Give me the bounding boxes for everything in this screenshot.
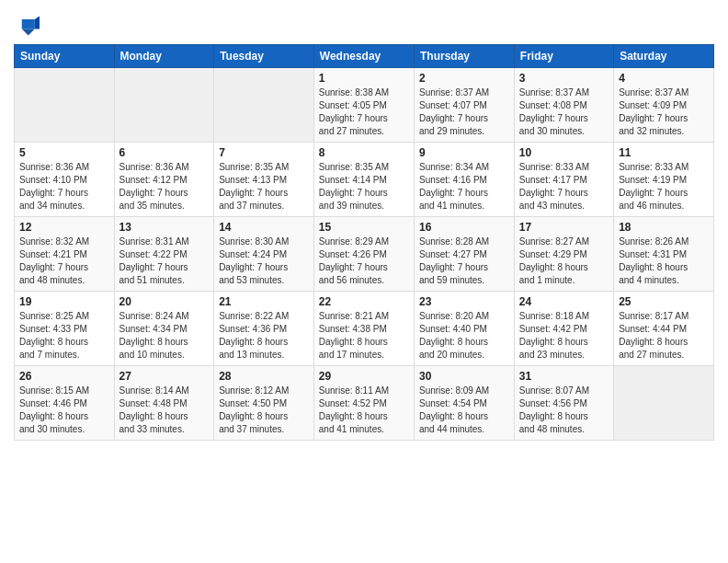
day-info: Sunrise: 8:38 AM Sunset: 4:05 PM Dayligh… [319, 86, 409, 138]
calendar-cell: 2Sunrise: 8:37 AM Sunset: 4:07 PM Daylig… [414, 68, 514, 143]
day-info: Sunrise: 8:37 AM Sunset: 4:09 PM Dayligh… [619, 86, 709, 138]
day-info: Sunrise: 8:25 AM Sunset: 4:33 PM Dayligh… [19, 310, 109, 362]
day-number: 6 [119, 146, 210, 159]
calendar-cell: 30Sunrise: 8:09 AM Sunset: 4:54 PM Dayli… [414, 366, 514, 441]
calendar-cell: 17Sunrise: 8:27 AM Sunset: 4:29 PM Dayli… [514, 217, 613, 292]
day-number: 26 [19, 370, 109, 383]
calendar-cell: 10Sunrise: 8:33 AM Sunset: 4:17 PM Dayli… [514, 143, 613, 217]
day-info: Sunrise: 8:17 AM Sunset: 4:44 PM Dayligh… [619, 310, 709, 362]
day-number: 30 [419, 370, 509, 383]
day-number: 21 [219, 295, 309, 308]
day-number: 5 [19, 146, 109, 159]
day-number: 24 [519, 295, 609, 308]
logo [14, 13, 43, 39]
calendar-cell: 23Sunrise: 8:20 AM Sunset: 4:40 PM Dayli… [414, 292, 514, 366]
calendar: SundayMondayTuesdayWednesdayThursdayFrid… [14, 44, 714, 441]
day-number: 13 [119, 221, 210, 234]
day-info: Sunrise: 8:21 AM Sunset: 4:38 PM Dayligh… [319, 310, 409, 362]
day-info: Sunrise: 8:18 AM Sunset: 4:42 PM Dayligh… [519, 310, 609, 362]
day-info: Sunrise: 8:33 AM Sunset: 4:19 PM Dayligh… [619, 161, 709, 213]
day-number: 29 [319, 370, 409, 383]
calendar-cell: 24Sunrise: 8:18 AM Sunset: 4:42 PM Dayli… [514, 292, 613, 366]
day-number: 9 [419, 146, 509, 159]
day-info: Sunrise: 8:22 AM Sunset: 4:36 PM Dayligh… [219, 310, 309, 362]
week-row-0: 1Sunrise: 8:38 AM Sunset: 4:05 PM Daylig… [15, 68, 714, 143]
calendar-cell: 16Sunrise: 8:28 AM Sunset: 4:27 PM Dayli… [414, 217, 514, 292]
header [14, 9, 714, 39]
week-row-3: 19Sunrise: 8:25 AM Sunset: 4:33 PM Dayli… [15, 292, 714, 366]
day-info: Sunrise: 8:20 AM Sunset: 4:40 PM Dayligh… [419, 310, 509, 362]
day-info: Sunrise: 8:35 AM Sunset: 4:14 PM Dayligh… [319, 161, 409, 213]
calendar-cell: 25Sunrise: 8:17 AM Sunset: 4:44 PM Dayli… [614, 292, 714, 366]
calendar-cell: 9Sunrise: 8:34 AM Sunset: 4:16 PM Daylig… [414, 143, 514, 217]
day-number: 16 [419, 221, 509, 234]
weekday-header-saturday: Saturday [614, 45, 714, 68]
day-info: Sunrise: 8:29 AM Sunset: 4:26 PM Dayligh… [319, 236, 409, 287]
day-info: Sunrise: 8:11 AM Sunset: 4:52 PM Dayligh… [319, 385, 409, 436]
weekday-header-friday: Friday [514, 45, 613, 68]
calendar-cell: 29Sunrise: 8:11 AM Sunset: 4:52 PM Dayli… [313, 366, 414, 441]
calendar-cell: 1Sunrise: 8:38 AM Sunset: 4:05 PM Daylig… [313, 68, 414, 143]
calendar-cell: 11Sunrise: 8:33 AM Sunset: 4:19 PM Dayli… [614, 143, 714, 217]
weekday-header-wednesday: Wednesday [313, 45, 414, 68]
day-number: 27 [119, 370, 210, 383]
day-number: 17 [519, 221, 609, 234]
day-number: 20 [119, 295, 210, 308]
day-number: 31 [519, 370, 609, 383]
day-number: 11 [619, 146, 709, 159]
day-number: 18 [619, 221, 709, 234]
day-info: Sunrise: 8:34 AM Sunset: 4:16 PM Dayligh… [419, 161, 509, 213]
day-info: Sunrise: 8:36 AM Sunset: 4:10 PM Dayligh… [19, 161, 109, 213]
day-info: Sunrise: 8:26 AM Sunset: 4:31 PM Dayligh… [619, 236, 709, 287]
calendar-cell: 7Sunrise: 8:35 AM Sunset: 4:13 PM Daylig… [214, 143, 314, 217]
calendar-cell: 21Sunrise: 8:22 AM Sunset: 4:36 PM Dayli… [214, 292, 314, 366]
week-row-2: 12Sunrise: 8:32 AM Sunset: 4:21 PM Dayli… [15, 217, 714, 292]
calendar-cell: 15Sunrise: 8:29 AM Sunset: 4:26 PM Dayli… [313, 217, 414, 292]
day-number: 3 [519, 72, 609, 85]
day-number: 25 [619, 295, 709, 308]
page: SundayMondayTuesdayWednesdayThursdayFrid… [0, 0, 728, 563]
day-info: Sunrise: 8:37 AM Sunset: 4:07 PM Dayligh… [419, 86, 509, 138]
day-number: 19 [19, 295, 109, 308]
calendar-cell: 27Sunrise: 8:14 AM Sunset: 4:48 PM Dayli… [114, 366, 214, 441]
day-number: 2 [419, 72, 509, 85]
day-number: 28 [219, 370, 309, 383]
weekday-header-tuesday: Tuesday [214, 45, 314, 68]
day-number: 22 [319, 295, 409, 308]
calendar-cell: 12Sunrise: 8:32 AM Sunset: 4:21 PM Dayli… [15, 217, 115, 292]
day-number: 1 [319, 72, 409, 85]
calendar-cell: 3Sunrise: 8:37 AM Sunset: 4:08 PM Daylig… [514, 68, 613, 143]
calendar-cell [15, 68, 115, 143]
day-info: Sunrise: 8:28 AM Sunset: 4:27 PM Dayligh… [419, 236, 509, 287]
calendar-cell: 28Sunrise: 8:12 AM Sunset: 4:50 PM Dayli… [214, 366, 314, 441]
day-info: Sunrise: 8:31 AM Sunset: 4:22 PM Dayligh… [119, 236, 210, 287]
day-number: 10 [519, 146, 609, 159]
svg-marker-1 [22, 19, 35, 29]
calendar-cell: 13Sunrise: 8:31 AM Sunset: 4:22 PM Dayli… [114, 217, 214, 292]
day-number: 7 [219, 146, 309, 159]
day-info: Sunrise: 8:15 AM Sunset: 4:46 PM Dayligh… [19, 385, 109, 436]
logo-icon [14, 13, 40, 39]
day-number: 14 [219, 221, 309, 234]
day-info: Sunrise: 8:36 AM Sunset: 4:12 PM Dayligh… [119, 161, 210, 213]
day-info: Sunrise: 8:12 AM Sunset: 4:50 PM Dayligh… [219, 385, 309, 436]
weekday-header-row: SundayMondayTuesdayWednesdayThursdayFrid… [15, 45, 714, 68]
day-number: 12 [19, 221, 109, 234]
calendar-cell [114, 68, 214, 143]
day-info: Sunrise: 8:32 AM Sunset: 4:21 PM Dayligh… [19, 236, 109, 287]
calendar-cell [614, 366, 714, 441]
calendar-cell: 31Sunrise: 8:07 AM Sunset: 4:56 PM Dayli… [514, 366, 613, 441]
day-number: 8 [319, 146, 409, 159]
day-info: Sunrise: 8:09 AM Sunset: 4:54 PM Dayligh… [419, 385, 509, 436]
day-info: Sunrise: 8:35 AM Sunset: 4:13 PM Dayligh… [219, 161, 309, 213]
weekday-header-thursday: Thursday [414, 45, 514, 68]
day-info: Sunrise: 8:33 AM Sunset: 4:17 PM Dayligh… [519, 161, 609, 213]
calendar-cell: 22Sunrise: 8:21 AM Sunset: 4:38 PM Dayli… [313, 292, 414, 366]
day-number: 23 [419, 295, 509, 308]
day-info: Sunrise: 8:27 AM Sunset: 4:29 PM Dayligh… [519, 236, 609, 287]
calendar-cell: 8Sunrise: 8:35 AM Sunset: 4:14 PM Daylig… [313, 143, 414, 217]
calendar-cell [214, 68, 314, 143]
day-info: Sunrise: 8:14 AM Sunset: 4:48 PM Dayligh… [119, 385, 210, 436]
calendar-cell: 5Sunrise: 8:36 AM Sunset: 4:10 PM Daylig… [15, 143, 115, 217]
day-number: 4 [619, 72, 709, 85]
